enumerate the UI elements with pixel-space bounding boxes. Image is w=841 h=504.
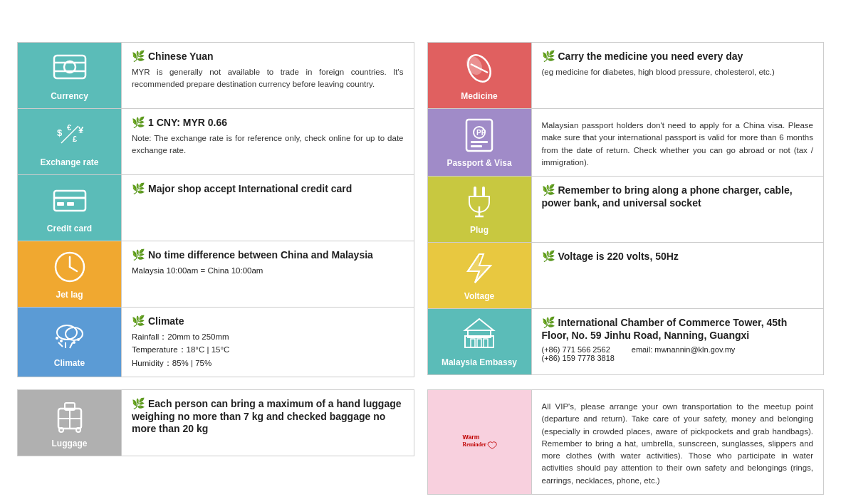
card-row: Luggage🌿Each person can bring a maximum … bbox=[17, 389, 414, 456]
icon-label: Climate bbox=[54, 358, 85, 368]
bottom-card-wrapper: Luggage🌿Each person can bring a maximum … bbox=[17, 389, 414, 494]
card-icon-voltage: Voltage bbox=[428, 243, 531, 308]
card-content: All VIP's, please arrange your own trans… bbox=[531, 390, 824, 494]
card-desc: All VIP's, please arrange your own trans… bbox=[542, 401, 814, 487]
icon-label: Luggage bbox=[52, 439, 88, 448]
card-title: No time difference between China and Mal… bbox=[148, 249, 373, 261]
card-sub-items: Rainfall：20mm to 250mmTemperature：18°C |… bbox=[132, 330, 404, 369]
card-icon-warmreminder: Warm Reminder bbox=[428, 390, 531, 494]
leaf-icon: 🌿 bbox=[132, 248, 145, 261]
icon-label: Jet lag bbox=[56, 290, 83, 300]
svg-text:PP: PP bbox=[476, 129, 486, 137]
card-row: PP Passport & VisaMalaysian passport hol… bbox=[427, 108, 825, 177]
card-content: Malaysian passport holders don't need to… bbox=[531, 109, 824, 176]
icon-label: Credit card bbox=[47, 224, 92, 233]
card-icon-climate: Climate bbox=[18, 308, 121, 377]
svg-point-22 bbox=[60, 340, 63, 342]
main-grid: Currency🌿Chinese YuanMYR is generally no… bbox=[17, 42, 824, 377]
card-content: 🌿1 CNY: MYR 0.66Note: The exchange rate … bbox=[121, 109, 414, 174]
card-desc: MYR is generally not available to trade … bbox=[132, 66, 404, 91]
card-row: Malaysia Embassy🌿International Chamber o… bbox=[427, 308, 825, 375]
svg-rect-0 bbox=[54, 56, 85, 78]
left-column: Currency🌿Chinese YuanMYR is generally no… bbox=[17, 42, 414, 377]
card-icon-embassy: Malaysia Embassy bbox=[428, 309, 531, 374]
dial-code bbox=[17, 21, 824, 32]
svg-text:$: $ bbox=[57, 127, 63, 138]
card-row: $ € £ ¥ Exchange rate🌿1 CNY: MYR 0.66Not… bbox=[17, 108, 414, 175]
card-content: 🌿No time difference between China and Ma… bbox=[121, 241, 414, 307]
card-title: Each person can bring a maximum of a han… bbox=[132, 398, 402, 434]
svg-point-23 bbox=[77, 338, 80, 341]
card-icon-currency: Currency bbox=[18, 43, 121, 108]
card-sub-items: Malaysia 10:00am = China 10:00am bbox=[132, 264, 404, 277]
card-title: International Chamber of Commerce Tower,… bbox=[542, 317, 788, 341]
card-icon-plug: Plug bbox=[428, 177, 531, 242]
svg-rect-11 bbox=[57, 202, 64, 206]
svg-text:£: £ bbox=[73, 135, 77, 143]
card-row: Voltage🌿Voltage is 220 volts, 50Hz bbox=[427, 242, 825, 309]
icon-label: Exchange rate bbox=[40, 157, 98, 167]
right-column: Medicine🌿Carry the medicine you need eve… bbox=[427, 42, 825, 377]
svg-text:Reminder: Reminder bbox=[463, 441, 487, 448]
card-content: 🌿Chinese YuanMYR is generally not availa… bbox=[121, 43, 414, 108]
card-row: Medicine🌿Carry the medicine you need eve… bbox=[427, 42, 825, 109]
svg-rect-30 bbox=[471, 141, 488, 143]
leaf-icon: 🌿 bbox=[542, 50, 555, 63]
svg-rect-9 bbox=[54, 191, 85, 211]
bottom-grid: Luggage🌿Each person can bring a maximum … bbox=[17, 389, 824, 494]
icon-label: Voltage bbox=[464, 291, 494, 301]
svg-line-15 bbox=[70, 267, 77, 271]
svg-rect-31 bbox=[471, 145, 482, 147]
card-sub-item: Rainfall：20mm to 250mm bbox=[132, 330, 404, 343]
card-desc: Note: The exchange rate is for reference… bbox=[132, 132, 404, 157]
svg-text:¥: ¥ bbox=[78, 125, 84, 135]
card-title: Carry the medicine you need every day bbox=[558, 51, 743, 62]
card-content: 🌿Remember to bring along a phone charger… bbox=[531, 177, 824, 242]
svg-text:Warm: Warm bbox=[463, 434, 480, 441]
svg-line-20 bbox=[70, 342, 73, 348]
card-icon-passport: PP Passport & Visa bbox=[428, 109, 531, 176]
card-icon-medicine: Medicine bbox=[428, 43, 531, 108]
card-title: Climate bbox=[148, 315, 184, 327]
contact-email: email: mwnannin@kln.gov.my bbox=[632, 345, 735, 354]
svg-point-48 bbox=[59, 428, 63, 432]
card-content: 🌿Each person can bring a maximum of a ha… bbox=[121, 390, 414, 456]
card-row: Climate🌿ClimateRainfall：20mm to 250mmTem… bbox=[17, 307, 414, 377]
leaf-icon: 🌿 bbox=[132, 182, 145, 195]
svg-marker-40 bbox=[465, 319, 493, 330]
card-row: Currency🌿Chinese YuanMYR is generally no… bbox=[17, 42, 414, 109]
card-title: Chinese Yuan bbox=[148, 51, 214, 62]
icon-label: Medicine bbox=[461, 91, 497, 101]
contact-phone: (+86) 159 7778 3818 bbox=[542, 354, 615, 362]
card-sub-item: Humidity：85% | 75% bbox=[132, 357, 404, 369]
leaf-icon: 🌿 bbox=[132, 50, 145, 63]
svg-line-18 bbox=[58, 342, 63, 347]
card-desc: Malaysian passport holders don't need to… bbox=[542, 120, 814, 169]
icon-label: Currency bbox=[51, 91, 88, 101]
card-content: 🌿Carry the medicine you need every day(e… bbox=[531, 43, 824, 108]
svg-point-49 bbox=[76, 428, 80, 432]
svg-rect-43 bbox=[484, 339, 488, 347]
svg-rect-34 bbox=[482, 187, 485, 196]
card-icon-creditcard: Credit card bbox=[18, 175, 121, 241]
leaf-icon: 🌿 bbox=[542, 184, 555, 196]
card-icon-exchange: $ € £ ¥ Exchange rate bbox=[18, 109, 121, 174]
embassy-contacts: (+86) 771 566 2562email: mwnannin@kln.go… bbox=[542, 345, 814, 362]
leaf-icon: 🌿 bbox=[542, 250, 555, 263]
card-row: Jet lag🌿No time difference between China… bbox=[17, 241, 414, 308]
card-row: Plug🌿Remember to bring along a phone cha… bbox=[427, 176, 825, 243]
svg-point-17 bbox=[66, 327, 83, 340]
card-content: 🌿Major shop accept International credit … bbox=[121, 175, 414, 241]
card-row: Warm Reminder All VIP's, please arrange … bbox=[427, 389, 825, 495]
leaf-icon: 🌿 bbox=[132, 116, 145, 129]
icon-label: Malaysia Embassy bbox=[442, 357, 517, 367]
contact-row: (+86) 159 7778 3818 bbox=[542, 354, 814, 362]
card-icon-luggage: Luggage bbox=[18, 390, 121, 456]
card-content: 🌿ClimateRainfall：20mm to 250mmTemperatur… bbox=[121, 308, 414, 377]
bottom-card-wrapper: Warm Reminder All VIP's, please arrange … bbox=[427, 389, 825, 494]
card-title: Major shop accept International credit c… bbox=[148, 183, 352, 194]
card-title: 1 CNY: MYR 0.66 bbox=[148, 117, 227, 128]
svg-point-24 bbox=[73, 341, 75, 344]
card-row: Credit card🌿Major shop accept Internatio… bbox=[17, 174, 414, 241]
card-icon-clock: Jet lag bbox=[18, 241, 121, 307]
